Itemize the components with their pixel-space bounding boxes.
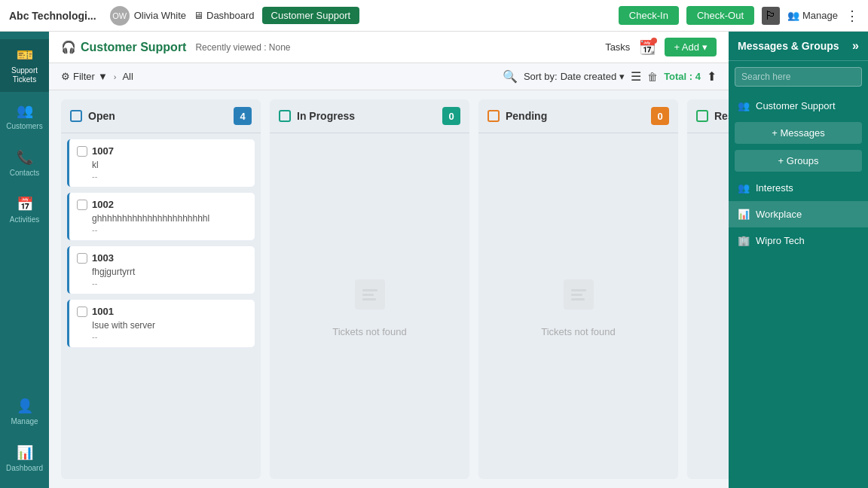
- content-area: 🎧 Customer Support Recently viewed : Non…: [49, 32, 729, 488]
- sidebar-item-customers[interactable]: 👥 Customers: [0, 95, 49, 139]
- empty-icon-pending: [560, 276, 598, 320]
- dashboard-nav-link[interactable]: 🖥 Dashboard: [194, 10, 255, 21]
- messages-search-input[interactable]: [735, 67, 862, 87]
- ticket-subject: ghhhhhhhhhhhhhhhhhhhhhhl: [92, 213, 247, 224]
- kanban-area: Open 4 1007 kl --: [49, 90, 729, 488]
- ticket-header: 1001: [77, 306, 247, 317]
- page-header: 🎧 Customer Support Recently viewed : Non…: [49, 32, 729, 63]
- ticket-subject: fhgjgurtyrrt: [92, 267, 247, 277]
- checkout-button[interactable]: Check-Out: [686, 6, 754, 25]
- sidebar-label-contacts: Contacts: [10, 169, 39, 178]
- sidebar-item-activities[interactable]: 📅 Activities: [0, 188, 49, 232]
- column-resolved-header: Resolved 0: [687, 99, 729, 133]
- sidebar-label-manage: Manage: [11, 417, 38, 426]
- page-title: 🎧 Customer Support: [61, 40, 186, 54]
- sidebar: 🎫 SupportTickets 👥 Customers 📞 Contacts …: [0, 32, 49, 488]
- ticket-checkbox[interactable]: [77, 253, 87, 264]
- workplace-item[interactable]: 📊 Workplace: [729, 201, 868, 227]
- sidebar-label-support-tickets: SupportTickets: [11, 66, 38, 84]
- column-resolved-body: Tickets not found: [687, 133, 729, 479]
- sidebar-item-dashboard[interactable]: 📊 Dashboard: [0, 437, 49, 480]
- svg-rect-5: [571, 289, 586, 291]
- ticket-card[interactable]: 1007 kl --: [67, 139, 255, 187]
- ticket-checkbox[interactable]: [77, 146, 87, 157]
- empty-text-pending: Tickets not found: [541, 326, 616, 337]
- empty-state-in-progress: Tickets not found: [276, 139, 463, 473]
- filter-button[interactable]: ⚙ Filter ▼: [61, 71, 108, 82]
- column-resolved-checkbox[interactable]: [696, 110, 708, 122]
- ticket-card[interactable]: 1002 ghhhhhhhhhhhhhhhhhhhhhhl --: [67, 193, 255, 240]
- ticket-checkbox[interactable]: [77, 200, 87, 210]
- add-button[interactable]: + Add ▾: [665, 38, 717, 56]
- customers-icon: 👥: [17, 102, 33, 119]
- headset-icon: 🎧: [61, 40, 76, 54]
- activities-icon: 📅: [17, 196, 33, 212]
- manage-icon: 👥: [787, 10, 799, 21]
- search-icon: 🔍: [503, 69, 518, 84]
- sidebar-label-dashboard: Dashboard: [6, 464, 43, 473]
- ticket-card[interactable]: 1001 Isue with server --: [67, 300, 255, 347]
- expand-icon[interactable]: »: [852, 39, 859, 53]
- messages-groups-title: Messages & Groups: [738, 40, 839, 52]
- tasks-button[interactable]: Tasks: [605, 41, 630, 53]
- calendar-button[interactable]: 📆: [639, 39, 656, 56]
- column-pending-title: Pending: [506, 110, 645, 122]
- more-options-icon[interactable]: ⋮: [845, 8, 859, 24]
- breadcrumb-arrow: ›: [114, 72, 117, 81]
- ticket-id: 1001: [92, 306, 114, 317]
- interests-item[interactable]: 👥 Interests: [729, 175, 868, 201]
- workplace-icon: 📊: [738, 209, 750, 220]
- svg-rect-3: [362, 298, 376, 300]
- avatar: OW: [110, 6, 130, 26]
- sidebar-item-support-tickets[interactable]: 🎫 SupportTickets: [0, 39, 49, 92]
- manage-button[interactable]: 👥 Manage: [787, 10, 838, 21]
- column-pending-body: Tickets not found: [478, 133, 678, 479]
- column-open-body: 1007 kl -- 1002 ghhhhhhhhhhhhhhhhhhhhhhl…: [61, 133, 261, 479]
- recently-viewed: Recently viewed : None: [195, 42, 290, 53]
- ticket-subject: kl: [92, 160, 247, 170]
- export-button[interactable]: ⬆: [707, 69, 717, 84]
- column-in-progress-title: In Progress: [297, 110, 436, 122]
- ticket-checkbox[interactable]: [77, 307, 87, 317]
- empty-state-resolved: Tickets not found: [693, 139, 729, 473]
- ticket-id: 1002: [92, 199, 114, 210]
- column-open-checkbox[interactable]: [70, 110, 82, 122]
- ticket-card[interactable]: 1003 fhgjgurtyrrt --: [67, 246, 255, 294]
- column-pending-checkbox[interactable]: [487, 110, 500, 122]
- flag-icon[interactable]: 🏳: [762, 7, 780, 25]
- ticket-status: --: [92, 279, 247, 288]
- column-in-progress-checkbox[interactable]: [279, 110, 291, 122]
- customer-support-group-item[interactable]: 👥 Customer Support: [729, 93, 868, 119]
- ticket-id: 1007: [92, 145, 114, 157]
- filter-all-label: All: [122, 71, 133, 82]
- svg-rect-1: [362, 289, 377, 291]
- list-view-button[interactable]: ☰: [631, 69, 641, 84]
- wipro-tech-item[interactable]: 🏢 Wipro Tech: [729, 227, 868, 254]
- column-open: Open 4 1007 kl --: [61, 99, 261, 479]
- right-panel: Messages & Groups » 👥 Customer Support +…: [729, 32, 868, 488]
- group-icon: 👥: [738, 100, 750, 111]
- column-open-badge: 4: [234, 107, 252, 125]
- sidebar-label-customers: Customers: [6, 122, 42, 131]
- sort-button[interactable]: Sort by: Date created ▾: [524, 71, 625, 82]
- customer-support-nav-link[interactable]: Customer Support: [262, 7, 360, 24]
- empty-icon: [351, 276, 389, 320]
- ticket-header: 1003: [77, 252, 247, 264]
- user-name: Olivia White: [134, 10, 186, 21]
- filter-triangle-icon: ▼: [98, 71, 108, 82]
- sidebar-item-contacts[interactable]: 📞 Contacts: [0, 142, 49, 185]
- dashboard-icon: 🖥: [194, 10, 203, 21]
- wipro-icon: 🏢: [738, 235, 750, 246]
- messages-button[interactable]: + Messages: [735, 122, 862, 144]
- ticket-subject: Isue with server: [92, 320, 247, 331]
- total-count: Total : 4: [664, 71, 701, 82]
- notification-dot: [651, 38, 657, 44]
- sort-arrow-icon: ▾: [619, 71, 625, 82]
- main-layout: 🎫 SupportTickets 👥 Customers 📞 Contacts …: [0, 32, 868, 488]
- filter-icon: ⚙: [61, 71, 70, 82]
- groups-button[interactable]: + Groups: [735, 150, 862, 172]
- delete-button[interactable]: 🗑: [647, 71, 658, 83]
- sidebar-item-manage[interactable]: 👤 Manage: [0, 390, 49, 434]
- column-in-progress-header: In Progress 0: [270, 99, 469, 133]
- checkin-button[interactable]: Check-In: [619, 6, 679, 25]
